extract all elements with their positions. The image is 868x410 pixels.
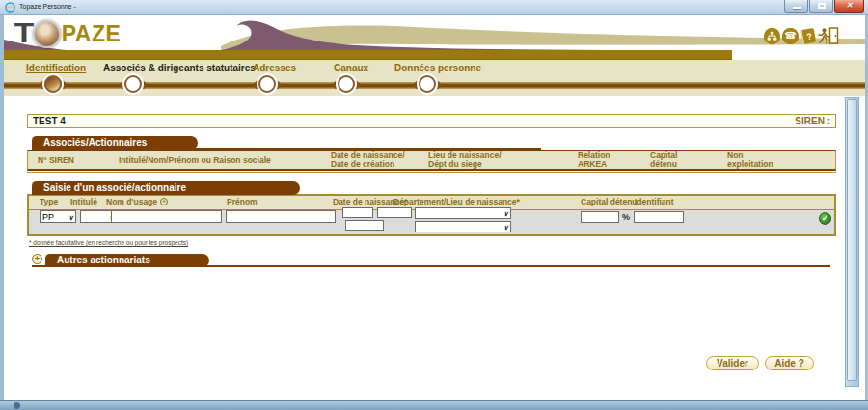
section-associes-actionnaires: Associés/Actionnaires [32,136,198,150]
nom-usage-input[interactable] [111,210,222,223]
associes-table-header: N° SIREN Intitulé/Nom/Prénom ou Raison s… [27,150,836,171]
step-circle-adresses[interactable] [258,75,276,93]
phone-icon[interactable]: ☎ [782,28,799,44]
logo-letter-t: T [14,17,32,49]
header-toolbar: ☎ [764,27,839,44]
step-circle-identification[interactable] [44,75,62,93]
departement-select[interactable] [415,207,511,219]
type-select[interactable]: PP [40,210,76,223]
lieu-naissance-select[interactable] [415,221,511,232]
date-mois-input[interactable] [377,207,412,218]
maximize-button[interactable] [809,0,833,13]
siren-label: SIREN : [795,116,830,126]
identifiant-input[interactable] [634,211,684,223]
label-identifiant: Identifiant [635,197,674,206]
header-waves-decoration [4,14,865,60]
label-prenom: Prénom [227,197,258,206]
label-capital-detenu: Capital détenu [581,197,637,206]
window-controls [784,0,864,13]
label-nom-usage: Nom d'usage [106,197,168,206]
nav-identification[interactable]: Identification [26,63,86,73]
step-circle-associes[interactable] [124,75,142,93]
logo-text: PAZE [62,21,122,47]
record-name: TEST 4 [33,116,66,126]
label-departement: Département/Lieu de naissance* [393,197,520,206]
column-lieu-naissance: Lieu de naissance/Dépt du siege [428,151,502,169]
topaze-logo: T PAZE [15,17,121,49]
column-intitule: Intitulé/Nom/Prénom ou Raison sociale [119,151,271,169]
exit-icon[interactable] [818,27,839,44]
nav-associes-dirigeants: Associés & dirigeants statutaires [103,63,256,73]
minimize-icon [793,7,801,9]
org-chart-icon[interactable] [764,28,780,44]
chevron-down-icon [503,208,508,218]
date-annee-input[interactable] [345,220,384,231]
column-relation-arkea: RelationARKEA [578,151,610,169]
record-bar: TEST 4 SIREN : [27,114,836,128]
minimize-button[interactable] [784,0,808,13]
step-circle-canaux[interactable] [338,75,355,93]
nav-donnees-personne[interactable]: Données personne [394,63,481,73]
logo-photo-circle [33,20,61,48]
help-book-icon[interactable] [800,27,816,43]
vertical-scrollbar[interactable] [845,97,859,387]
close-button[interactable] [834,0,864,13]
section-autres-actionnariats[interactable]: Autres actionnariats [45,254,209,267]
maximize-icon [818,3,826,9]
section-saisie-associe: Saisie d'un associé/actionnaire [32,181,300,195]
percent-label: % [622,212,630,222]
nom-usage-plus-icon[interactable] [160,198,168,205]
app-page: T PAZE ☎ [4,14,865,400]
aide-button[interactable]: Aide ? [765,356,814,370]
footnote-link[interactable]: * donnée facultative (en recherche ou po… [29,239,188,246]
nav-adresses[interactable]: Adresses [253,63,296,73]
scrollbar-thumb[interactable] [847,99,857,381]
status-icon [14,402,20,409]
window-bottom-frame [0,400,868,410]
nav-canaux[interactable]: Canaux [334,63,368,73]
column-non-exploitation: Nonexploitation [727,151,773,169]
expand-autres-icon[interactable] [32,254,42,264]
column-siren: N° SIREN [38,151,74,169]
close-icon [835,0,863,12]
ie-icon [5,2,15,13]
prenom-input[interactable] [226,210,336,223]
app-header: T PAZE ☎ [4,14,865,60]
chevron-down-icon [503,222,508,232]
step-navigation: Identification Associés & dirigeants sta… [4,60,865,96]
date-jour-input[interactable] [342,207,373,218]
label-intitule: Intitulé [70,197,97,206]
step-circle-donnees[interactable] [419,75,436,93]
label-type: Type [40,197,58,206]
window-title: Topaze Personne - [19,3,76,10]
capital-detenu-input[interactable] [581,211,619,223]
validate-check-icon[interactable] [819,212,831,225]
window-titlebar[interactable]: Topaze Personne - [0,0,868,15]
column-date-naissance: Date de naissance/Date de création [331,151,405,169]
chevron-down-icon [68,212,73,222]
column-capital-detenu: Capitaldétenu [650,151,677,169]
valider-button[interactable]: Valider [706,356,759,370]
